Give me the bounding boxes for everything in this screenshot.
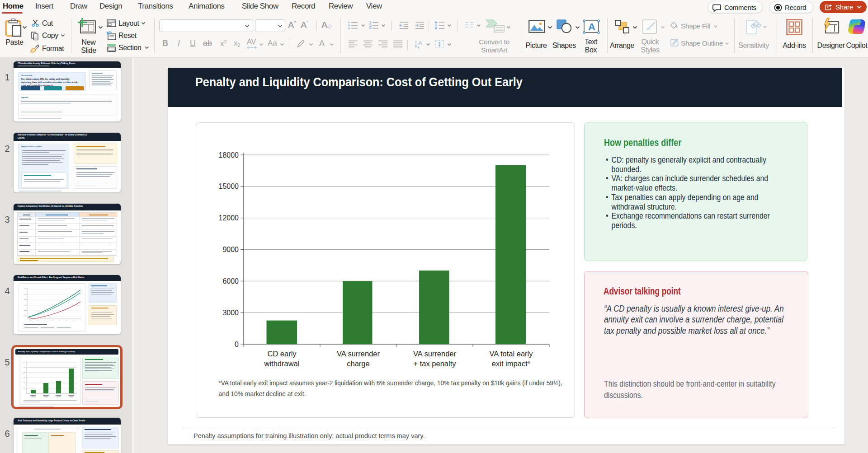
svg-text:3000: 3000 — [222, 309, 239, 317]
svg-text:+ tax penalty: + tax penalty — [413, 360, 456, 368]
svg-text:12000: 12000 — [219, 214, 239, 222]
svg-text:15000: 15000 — [219, 182, 239, 190]
svg-text:A: A — [418, 40, 422, 47]
svg-text:and 10% market decline at exit: and 10% market decline at exit. — [219, 390, 306, 397]
svg-text:VA total early: VA total early — [490, 350, 533, 358]
svg-text:6000: 6000 — [222, 277, 239, 285]
svg-text:charge: charge — [347, 360, 369, 368]
svg-text:VA surrender: VA surrender — [337, 350, 380, 358]
svg-text:exit impact*: exit impact* — [492, 360, 531, 368]
svg-text:CD early: CD early — [267, 350, 297, 358]
svg-text:withdrawal: withdrawal — [264, 360, 300, 368]
svg-text:*VA total early exit impact as: *VA total early exit impact assumes year… — [219, 379, 562, 387]
svg-text:9000: 9000 — [222, 246, 239, 253]
svg-text:VA surrender: VA surrender — [413, 350, 457, 358]
svg-text:0: 0 — [235, 341, 239, 348]
svg-text:18000: 18000 — [219, 151, 239, 159]
svg-text:A: A — [588, 21, 595, 33]
